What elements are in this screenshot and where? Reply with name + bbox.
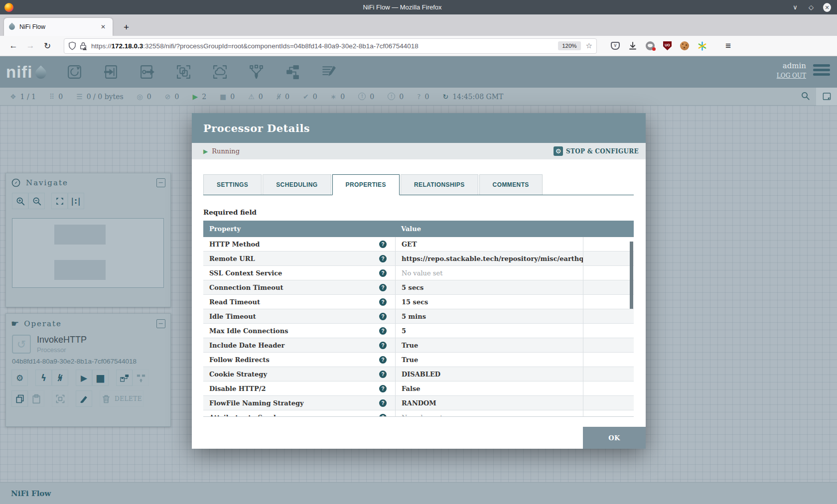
table-row[interactable]: Include Date Header? True (203, 338, 634, 353)
page-zoom-badge[interactable]: 120% (558, 41, 580, 50)
group-button[interactable] (52, 390, 68, 407)
help-icon[interactable]: ? (379, 342, 387, 349)
processor-component-icon[interactable] (66, 64, 83, 80)
url-text[interactable]: https://172.18.0.3:32558/nifi/?processGr… (91, 42, 558, 50)
forward-button[interactable]: → (22, 41, 39, 51)
help-icon[interactable]: ? (379, 414, 387, 417)
help-icon[interactable]: ? (379, 327, 387, 335)
help-icon[interactable]: ? (379, 385, 387, 392)
nifi-logo: nifi (6, 63, 46, 82)
search-button[interactable] (795, 91, 816, 102)
tab-settings[interactable]: SETTINGS (203, 174, 262, 195)
window-minimize-icon[interactable]: ∨ (791, 3, 799, 11)
tab-comments[interactable]: COMMENTS (479, 174, 543, 195)
remote-process-group-component-icon[interactable] (212, 64, 228, 80)
browser-tab[interactable]: NiFi Flow ✕ (4, 18, 113, 36)
window-close-icon[interactable]: ✕ (823, 3, 831, 12)
tab-properties[interactable]: PROPERTIES (332, 174, 400, 195)
table-row[interactable]: Remote URL? https://repo.stackable.tech/… (203, 252, 634, 266)
url-bar[interactable]: https://172.18.0.3:32558/nifi/?processGr… (64, 38, 597, 54)
change-color-button[interactable] (76, 390, 92, 407)
window-maximize-icon[interactable]: ◇ (807, 3, 815, 11)
help-icon[interactable]: ? (379, 298, 387, 306)
output-port-component-icon[interactable] (139, 64, 155, 80)
new-tab-button[interactable]: + (120, 22, 133, 36)
table-row[interactable]: Idle Timeout? 5 mins (203, 309, 634, 324)
paste-button[interactable] (28, 390, 44, 407)
tab-scheduling[interactable]: SCHEDULING (263, 174, 331, 195)
copy-button[interactable] (11, 390, 28, 407)
table-row-clipped[interactable]: Attributes to Send? No value set (203, 410, 634, 417)
pocket-icon[interactable]: ∨ (611, 42, 620, 50)
label-component-icon[interactable] (321, 64, 337, 80)
help-icon[interactable]: ? (379, 399, 387, 407)
disable-button[interactable]: ϟ (52, 370, 68, 386)
tab-close-icon[interactable]: ✕ (99, 22, 108, 31)
bulletin-board-button[interactable] (816, 88, 837, 106)
tab-relationships[interactable]: RELATIONSHIPS (401, 174, 478, 195)
help-icon[interactable]: ? (379, 269, 387, 277)
multi-account-extension-icon[interactable] (698, 41, 707, 51)
enable-button[interactable]: ϟ (35, 370, 52, 386)
start-button[interactable]: ▶ (76, 370, 92, 386)
template-component-icon[interactable] (284, 64, 301, 80)
help-icon[interactable]: ? (379, 241, 387, 248)
create-template-button[interactable] (116, 370, 133, 386)
stop-button[interactable]: ■ (92, 370, 109, 386)
table-row[interactable]: Connection Timeout? 5 secs (203, 280, 634, 295)
locally-modified-icon: ∗ (331, 93, 337, 101)
breadcrumb[interactable]: NiFi Flow (11, 489, 51, 498)
downloads-icon[interactable] (628, 41, 637, 50)
input-port-component-icon[interactable] (103, 64, 119, 80)
back-button[interactable]: ← (5, 41, 22, 51)
configure-button[interactable]: ⚙ (11, 370, 28, 386)
modified-stale-icon: ! (388, 93, 395, 100)
tracking-shield-icon[interactable] (68, 41, 76, 50)
zoom-actual-size-button[interactable]: |:| (68, 193, 84, 209)
delete-button[interactable]: DELETE (100, 390, 143, 407)
table-row[interactable]: Max Idle Connections? 5 (203, 324, 634, 338)
refresh-icon[interactable]: ↻ (442, 93, 448, 101)
process-group-component-icon[interactable] (175, 64, 192, 80)
global-menu-icon[interactable] (813, 64, 830, 76)
upload-template-button[interactable] (133, 370, 149, 386)
help-icon[interactable]: ? (379, 284, 387, 291)
stopped-icon: ■ (220, 93, 226, 101)
play-icon: ▶ (81, 373, 87, 383)
browser-menu-icon[interactable]: ≡ (725, 40, 731, 51)
table-row[interactable]: FlowFile Naming Strategy? RANDOM (203, 396, 634, 410)
table-row[interactable]: HTTP Method? GET (203, 237, 634, 252)
help-icon[interactable]: ? (379, 255, 387, 262)
reload-button[interactable]: ↻ (39, 41, 56, 51)
funnel-component-icon[interactable] (248, 64, 265, 80)
bookmark-star-icon[interactable]: ☆ (586, 41, 592, 50)
help-icon[interactable]: ? (379, 313, 387, 320)
help-icon[interactable]: ? (379, 356, 387, 364)
operate-collapse-icon[interactable]: − (156, 319, 165, 328)
navigate-collapse-icon[interactable]: − (156, 178, 165, 187)
table-row[interactable]: Read Timeout? 15 secs (203, 295, 634, 309)
stop-and-configure-button[interactable]: ⚙ STOP & CONFIGURE (554, 146, 639, 156)
table-row[interactable]: Follow Redirects? True (203, 353, 634, 367)
mask-extension-icon[interactable] (646, 41, 655, 50)
table-row[interactable]: SSL Context Service? No value set (203, 266, 634, 280)
ok-button[interactable]: OK (583, 427, 646, 449)
table-row[interactable]: Disable HTTP/2? False (203, 381, 634, 396)
help-icon[interactable]: ? (379, 371, 387, 378)
invalid-icon: ⚠ (248, 93, 255, 101)
stale-icon: ↑ (358, 93, 366, 100)
table-scrollbar-thumb[interactable] (630, 242, 633, 309)
zoom-fit-button[interactable] (51, 193, 68, 209)
nifi-logo-text: nifi (6, 63, 32, 82)
zoom-in-button[interactable] (12, 193, 28, 209)
table-row[interactable]: Cookie Strategy? DISABLED (203, 367, 634, 381)
queued-icon: ☰ (76, 93, 83, 101)
cookie-extension-icon[interactable] (680, 41, 689, 50)
ublock-extension-icon[interactable]: UO (663, 41, 672, 50)
logout-link[interactable]: LOG OUT (777, 72, 806, 79)
window-titlebar: NiFi Flow — Mozilla Firefox ∨ ◇ ✕ (0, 0, 837, 14)
zoom-out-button[interactable] (28, 193, 45, 209)
zoom-out-icon (32, 196, 42, 206)
lock-warning-icon[interactable] (79, 41, 87, 50)
birdseye-minimap[interactable] (12, 218, 164, 288)
